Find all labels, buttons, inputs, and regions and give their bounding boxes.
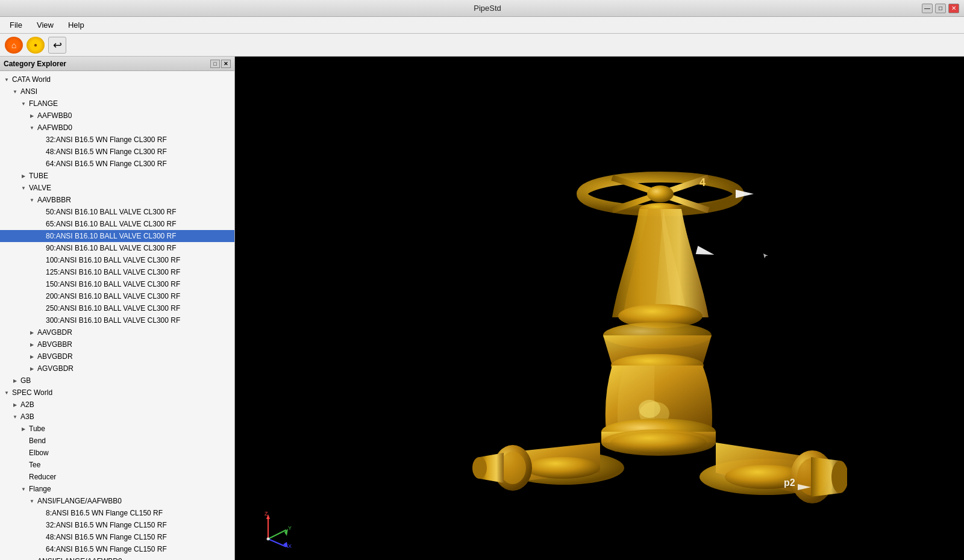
close-button[interactable]: ✕ [948,4,959,13]
tree-toggle-v200 [36,292,45,300]
tree-toggle-gb[interactable]: ▶ [11,376,19,385]
tree-node-ansi-64[interactable]: 64:ANSI B16.5 WN Flange CL300 RF [0,158,234,170]
tree-node-aafwbb0[interactable]: ▶AAFWBB0 [0,110,234,122]
home-button[interactable]: ⌂ [5,37,23,54]
tree-node-gb[interactable]: ▶GB [0,375,234,387]
tree-node-fl48[interactable]: 48:ANSI B16.5 WN Flange CL150 RF [0,531,234,543]
tree-toggle-ansi-flange-aafwbb0[interactable]: ▼ [28,497,36,505]
svg-point-39 [267,538,270,541]
tree-node-ansi-32[interactable]: 32:ANSI B16.5 WN Flange CL300 RF [0,134,234,146]
tree-node-aavgbdr[interactable]: ▶AAVGBDR [0,326,234,338]
tree-node-v150[interactable]: 150:ANSI B16.10 BALL VALVE CL300 RF [0,278,234,290]
tree-toggle-fl48 [36,533,45,541]
tree-container[interactable]: ▼CATA World▼ANSI▼FLANGE▶AAFWBB0▼AAFWBD03… [0,71,234,560]
tree-label-abvgbdr: ABVGBDR [36,352,73,361]
tree-label-fl32: 32:ANSI B16.5 WN Flange CL150 RF [45,521,167,529]
tree-node-tube2[interactable]: ▶Tube [0,423,234,435]
tree-toggle-tube2[interactable]: ▶ [19,425,28,433]
tree-toggle-v65 [36,220,45,228]
menu-help[interactable]: Help [62,18,90,32]
tree-node-v65[interactable]: 65:ANSI B16.10 BALL VALVE CL300 RF [0,218,234,230]
tree-node-v50[interactable]: 50:ANSI B16.10 BALL VALVE CL300 RF [0,206,234,218]
tree-node-spec-world[interactable]: ▼SPEC World [0,387,234,399]
svg-text:Z: Z [264,512,268,517]
tree-toggle-cata-world[interactable]: ▼ [2,75,11,84]
tree-toggle-v80 [36,232,45,240]
tree-node-elbow[interactable]: Elbow [0,447,234,459]
category-explorer-panel: Category Explorer □ ✕ ▼CATA World▼ANSI▼F… [0,57,235,560]
tree-toggle-ansi-64 [36,160,45,168]
tree-label-v200: 200:ANSI B16.10 BALL VALVE CL300 RF [45,292,180,300]
tree-toggle-valve[interactable]: ▼ [19,184,28,192]
window-controls[interactable]: — □ ✕ [922,4,959,13]
tree-toggle-tube[interactable]: ▶ [19,172,28,180]
tree-node-v100[interactable]: 100:ANSI B16.10 BALL VALVE CL300 RF [0,254,234,266]
tree-node-valve[interactable]: ▼VALVE [0,182,234,194]
tree-node-aavbbbr[interactable]: ▼AAVBBBR [0,194,234,206]
tree-node-v250[interactable]: 250:ANSI B16.10 BALL VALVE CL300 RF [0,302,234,314]
tree-label-spec-world: SPEC World [11,388,52,397]
tree-toggle-a3b[interactable]: ▼ [11,412,19,421]
tree-node-a3b[interactable]: ▼A3B [0,411,234,423]
tree-toggle-aavbbbr[interactable]: ▼ [28,196,36,204]
minimize-button[interactable]: — [922,4,933,13]
toolbar: ⌂ ● ↩ [0,34,964,57]
menu-file[interactable]: File [4,18,28,32]
tree-label-aavbbbr: AAVBBBR [36,196,71,204]
tree-node-ansi-flange-aafwbb0[interactable]: ▼ANSI/FLANGE/AAFWBB0 [0,495,234,507]
panel-controls[interactable]: □ ✕ [210,60,231,68]
tree-node-tube[interactable]: ▶TUBE [0,170,234,182]
tree-node-fl8[interactable]: 8:ANSI B16.5 WN Flange CL150 RF [0,507,234,519]
tree-toggle-agvgbdr[interactable]: ▶ [28,364,36,373]
tree-node-v90[interactable]: 90:ANSI B16.10 BALL VALVE CL300 RF [0,242,234,254]
folder-button[interactable]: ● [27,37,45,54]
tree-toggle-v150 [36,280,45,288]
tree-node-ansi-48[interactable]: 48:ANSI B16.5 WN Flange CL300 RF [0,146,234,158]
tree-label-fl48: 48:ANSI B16.5 WN Flange CL150 RF [45,533,167,541]
tree-toggle-aafwbd0[interactable]: ▼ [28,123,36,132]
tree-node-abvgbbr[interactable]: ▶ABVGBBR [0,338,234,350]
tree-toggle-flange2[interactable]: ▼ [19,485,28,493]
tree-node-fl32[interactable]: 32:ANSI B16.5 WN Flange CL150 RF [0,519,234,531]
tree-toggle-abvgbdr[interactable]: ▶ [28,352,36,361]
tree-node-tee[interactable]: Tee [0,459,234,471]
tree-toggle-aafwbb0[interactable]: ▶ [28,111,36,120]
tree-toggle-fl32 [36,521,45,529]
panel-close-button[interactable]: ✕ [221,60,231,68]
tree-node-ansi-flange-aafwbd0[interactable]: ▶ANSI/FLANGE/AAFWBD0 [0,555,234,560]
tree-node-v125[interactable]: 125:ANSI B16.10 BALL VALVE CL300 RF [0,266,234,278]
tree-toggle-v50 [36,208,45,216]
menu-view[interactable]: View [31,18,60,32]
panel-restore-button[interactable]: □ [210,60,220,68]
panel-title: Category Explorer [4,60,66,68]
tree-toggle-spec-world[interactable]: ▼ [2,388,11,397]
tree-toggle-aavgbdr[interactable]: ▶ [28,328,36,337]
tree-node-agvgbdr[interactable]: ▶AGVGBDR [0,362,234,375]
tree-node-aafwbd0[interactable]: ▼AAFWBD0 [0,122,234,134]
tree-toggle-ansi[interactable]: ▼ [11,87,19,96]
tree-node-flange2[interactable]: ▼Flange [0,483,234,495]
tree-node-flange[interactable]: ▼FLANGE [0,98,234,110]
tree-label-ansi-48: 48:ANSI B16.5 WN Flange CL300 RF [45,148,167,156]
tree-label-v250: 250:ANSI B16.10 BALL VALVE CL300 RF [45,304,180,313]
back-button[interactable]: ↩ [48,37,66,54]
tree-node-v200[interactable]: 200:ANSI B16.10 BALL VALVE CL300 RF [0,290,234,302]
3d-viewport[interactable]: 4 [235,57,964,560]
tree-label-aafwbb0: AAFWBB0 [36,111,72,120]
svg-point-4 [647,185,674,202]
tree-node-cata-world[interactable]: ▼CATA World [0,73,234,86]
tree-node-v80[interactable]: 80:ANSI B16.10 BALL VALVE CL300 RF [0,230,234,242]
tree-toggle-v250 [36,304,45,313]
tree-node-bend[interactable]: Bend [0,435,234,447]
tree-toggle-flange[interactable]: ▼ [19,99,28,108]
tree-node-v300[interactable]: 300:ANSI B16.10 BALL VALVE CL300 RF [0,314,234,326]
tree-node-fl64[interactable]: 64:ANSI B16.5 WN Flange CL150 RF [0,543,234,555]
tree-node-a2b[interactable]: ▶A2B [0,399,234,411]
tree-toggle-abvgbbr[interactable]: ▶ [28,340,36,349]
maximize-button[interactable]: □ [935,4,946,13]
tree-node-reducer[interactable]: Reducer [0,471,234,483]
tree-toggle-a2b[interactable]: ▶ [11,400,19,409]
tree-node-ansi[interactable]: ▼ANSI [0,86,234,98]
tree-toggle-ansi-flange-aafwbd0[interactable]: ▶ [28,557,36,560]
tree-node-abvgbdr[interactable]: ▶ABVGBDR [0,350,234,362]
